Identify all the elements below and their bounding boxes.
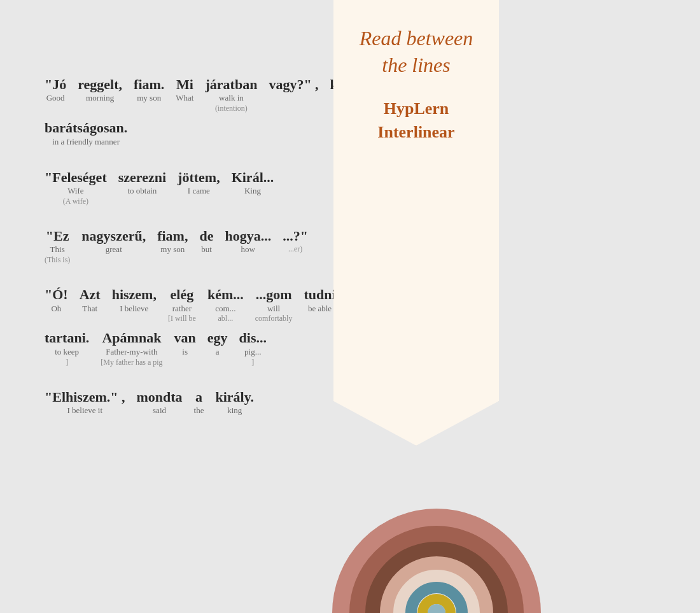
word-unit: dis... pig... ]: [239, 330, 267, 367]
word-unit: hogya... how: [225, 228, 271, 255]
bookmark: Read between the lines HypLern Interline…: [333, 0, 499, 446]
word-unit: ...gom will comfortably: [255, 286, 293, 323]
word-unit: de but: [199, 228, 213, 255]
word-unit: barátságosan. in a friendly manner: [45, 120, 127, 147]
word-unit: "Ó! Oh: [45, 286, 68, 314]
bookmark-brand: HypLern Interlinear: [377, 97, 454, 144]
word-unit: fiam, my son: [157, 228, 188, 255]
word-unit: kém... com... abl...: [207, 286, 244, 323]
word-unit: egy a: [207, 330, 228, 357]
word-unit: vagy?" ,: [269, 76, 318, 93]
word-unit: ...?" ...er): [283, 228, 308, 254]
word-unit: nagyszerű, great: [81, 228, 146, 255]
word-unit: "Ez This (This is): [45, 228, 70, 265]
word-unit: tartani. to keep ]: [45, 330, 89, 367]
word-unit: Azt That: [80, 286, 101, 314]
word-unit: "Elhiszem." , I believe it: [45, 389, 125, 416]
word-unit: van is: [174, 330, 196, 357]
word-unit: tudni be able: [304, 286, 335, 314]
word-unit: hiszem, I believe: [112, 286, 157, 314]
word-unit: Királ... King: [232, 169, 274, 197]
rainbow-svg: [328, 409, 545, 613]
word-unit: Mi What: [176, 76, 193, 104]
word-unit: "Jó Good: [45, 76, 66, 104]
word-unit: szerezni to obtain: [118, 169, 166, 197]
word-unit: jöttem, I came: [178, 169, 220, 197]
word-unit: elég rather [I will be: [168, 286, 196, 323]
word-unit: király. king: [216, 389, 255, 416]
word-unit: fiam. my son: [134, 76, 164, 104]
word-unit: mondta said: [136, 389, 182, 416]
word-unit: Apámnak Father-my-with [My father has a …: [101, 330, 162, 367]
rainbow: [328, 409, 545, 613]
word-unit: reggelt, morning: [78, 76, 122, 104]
word-unit: "Feleséget Wife (A wife): [45, 169, 107, 206]
bookmark-title: Read between the lines: [333, 25, 499, 78]
word-unit: járatban walk in (intention): [205, 76, 257, 113]
word-unit: a the: [194, 389, 204, 416]
